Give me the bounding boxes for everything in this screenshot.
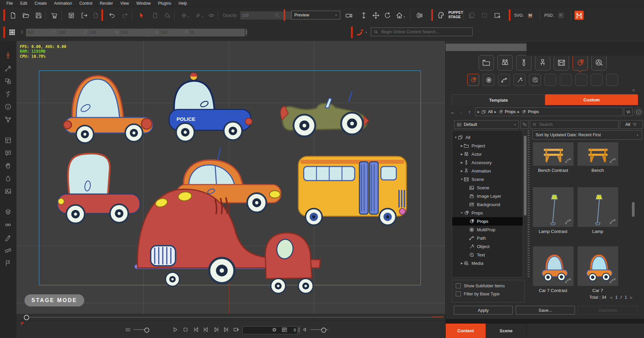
tree-item-object[interactable]: Object [452,242,523,251]
menu-window[interactable]: Window [133,0,154,7]
sort-dropdown[interactable]: Sort by Updated Date: Recent First ▼ [532,130,642,140]
bottom-tab-content[interactable]: Content [446,324,486,338]
breadcrumb-all[interactable]: All [488,109,493,114]
x-field[interactable]: ▲▼ [26,29,47,37]
panel-grid-tool-button[interactable] [4,137,12,144]
tree-item-path[interactable]: Path [452,234,523,242]
thumbnail-bench-contrast[interactable] [533,142,574,166]
panel-search-box[interactable] [530,120,618,129]
menu-help[interactable]: Help [175,0,191,7]
tree-item-accessory[interactable]: ▶Accessory [452,158,523,167]
layer-manager-button[interactable] [467,11,476,19]
duplicate-button[interactable] [151,11,159,19]
police-car[interactable]: POLICE [169,73,252,141]
expander-icon[interactable]: ▶ [460,153,463,156]
marquee-button[interactable] [481,11,489,19]
category-actor-button[interactable] [497,55,513,70]
show-subfolder-checkbox[interactable] [456,283,461,288]
redo-button[interactable] [121,11,129,19]
ai-search-button[interactable]: ▼ [356,28,367,37]
category-project-button[interactable] [479,55,494,70]
tree-item-media[interactable]: ▶Media [452,259,523,268]
menu-animation[interactable]: Animation [50,0,76,7]
grid-scrollbar[interactable] [632,202,635,217]
save-button[interactable]: Save... [516,306,575,315]
tree-resize-gutter[interactable] [528,130,530,278]
tab-template[interactable]: Template [452,94,545,105]
new-project-button[interactable] [9,11,17,19]
thumbnail-lamp-contrast[interactable] [533,187,574,227]
ruler-tool-button[interactable] [4,247,12,254]
expander-icon[interactable]: ▼ [460,211,463,214]
category-scene-button[interactable] [554,55,569,70]
expander-icon[interactable]: ▼ [454,136,457,139]
droplet-tool-button[interactable] [4,175,12,182]
filter-base-type-checkbox[interactable] [456,291,461,296]
image-tool-button[interactable] [4,188,12,195]
frame-input[interactable] [243,328,297,333]
thumbnail-bench[interactable] [578,142,618,166]
library-dropdown[interactable]: Default ▼ [454,120,519,129]
z-field[interactable]: ▲▼ [89,29,110,37]
school-bus[interactable] [298,156,406,225]
tree-item-text[interactable]: Text [452,251,523,259]
r-input[interactable] [190,30,245,35]
home-caret-icon[interactable]: ▼ [403,16,405,18]
search-by-image-button[interactable] [521,120,529,129]
render-mode-dropdown[interactable]: Preview ▼ [291,11,340,19]
mirror-caret-icon[interactable]: ▼ [187,16,190,18]
info-tool-button[interactable] [4,103,12,110]
filter-base-type-option[interactable]: Filter by Base Type [456,291,524,296]
tree-item-project[interactable]: ▶Project [452,142,523,150]
fill-button[interactable] [163,11,171,19]
export-frame-button[interactable] [493,11,501,19]
import-button[interactable] [80,11,88,19]
elevate-tool-button[interactable] [360,11,368,19]
h-field[interactable]: ▲▼ [160,29,182,37]
subcategory-props-button[interactable] [467,74,479,86]
tree-scrollbar[interactable] [524,136,527,215]
export-image-button[interactable] [67,11,76,19]
tree-item-multiprop[interactable]: MultiProp [452,226,523,234]
expander-icon[interactable]: ▶ [460,161,463,164]
tree-item-actor[interactable]: ▶Actor [452,150,523,158]
opacity-input[interactable] [241,13,295,18]
save-project-button[interactable] [35,11,43,19]
tree-item-all[interactable]: ▼All [452,133,523,142]
mute-button[interactable] [302,326,309,333]
bone-tool-button[interactable] [4,65,12,72]
move-tool-button[interactable] [372,11,380,19]
stage-canvas[interactable]: POLICE [16,41,445,314]
timeline-track[interactable] [30,317,431,318]
flag-tool-button[interactable] [4,259,12,267]
menu-control[interactable]: Control [76,0,96,7]
red-roadster[interactable] [135,189,320,293]
volume-slider-knob[interactable] [321,328,326,333]
opacity-field[interactable]: ▼ [240,11,262,19]
link-caret-icon[interactable]: ▼ [201,16,204,18]
category-animation-button[interactable] [535,55,550,70]
swap-view-button[interactable] [624,107,633,116]
w-field[interactable]: ▲▼ [120,29,142,37]
online-search-box[interactable] [371,28,473,36]
menu-create[interactable]: Create [31,0,50,7]
tree-item-props-child-selected[interactable]: Props [452,217,523,226]
tree-item-props[interactable]: ▼Props [452,209,523,217]
red-car[interactable] [57,153,140,223]
go-to-start-button[interactable] [192,326,200,333]
tree-item-animation[interactable]: ▶Animation [452,167,523,175]
nav-back-button[interactable]: ← [449,108,456,116]
svg-import-button[interactable] [526,11,534,19]
expander-icon[interactable]: ▶ [460,144,463,147]
green-convertible[interactable] [280,91,369,137]
menu-edit[interactable]: Edit [16,0,31,7]
content-store-button[interactable] [50,11,58,19]
tree-item-scene-child[interactable]: Scene [452,184,523,192]
breadcrumb-props-2[interactable]: Props [528,109,539,114]
menu-render[interactable]: Render [96,0,116,7]
subcategory-sfx-button[interactable] [513,74,526,86]
menu-view[interactable]: View [116,0,133,7]
motion-link-button[interactable] [575,11,584,20]
show-subfolder-option[interactable]: Show Subfolder Items [456,283,524,288]
expander-icon[interactable]: ▶ [460,262,463,265]
